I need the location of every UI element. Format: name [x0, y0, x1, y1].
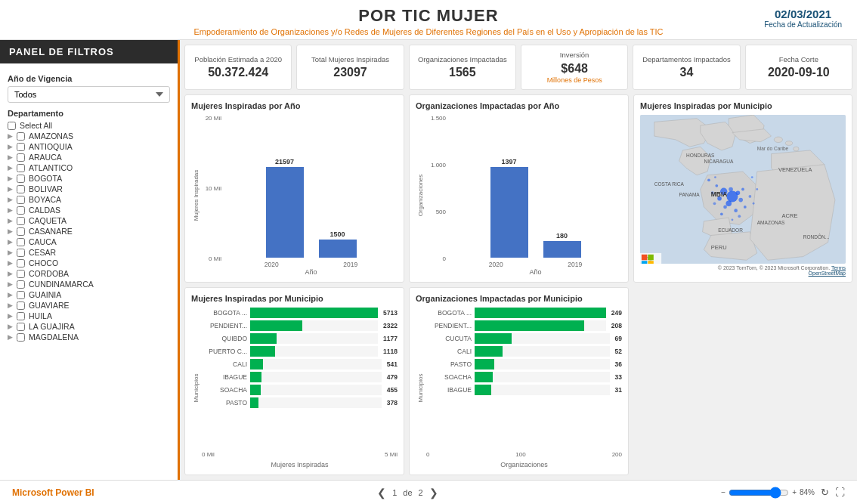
map-terms-link[interactable]: Terms	[831, 265, 846, 271]
chart-mujeres-municipio-title: Mujeres Inspiradas por Municipio	[191, 294, 398, 303]
chart-org-municipio: Organizaciones Impactadas por Municipio …	[409, 287, 629, 475]
svg-point-3	[794, 147, 800, 151]
checkbox-casanare[interactable]: ▶ CASANARE	[8, 227, 170, 236]
sidebar-header: PANEL DE FILTROS	[0, 40, 178, 63]
chart-mujeres-anio: Mujeres Inspiradas por Año Mujeres Inspi…	[184, 94, 404, 283]
svg-rect-44	[648, 255, 654, 261]
hbar-muj-BOGOTA ...: BOGOTA ... 5713	[202, 308, 398, 318]
checkbox-amazonas[interactable]: ▶ AMAZONAS	[8, 131, 170, 141]
mujeres-anio-bars: 21597 1500	[224, 115, 398, 261]
svg-point-9	[736, 190, 741, 195]
sidebar: PANEL DE FILTROS Año de Vigencia Todos 2…	[0, 40, 180, 480]
checkbox-cordoba[interactable]: ▶ CORDOBA	[8, 269, 170, 278]
header-subtitle: Empoderamiento de Organizaciones y/o Red…	[12, 27, 845, 36]
checkbox-antioquia[interactable]: ▶ ANTIOQUIA	[8, 142, 170, 151]
org-anio-xlabel: Año	[449, 268, 622, 276]
checkbox-atlantico[interactable]: ▶ ATLANTICO	[8, 163, 170, 172]
stat-card-3: Inversión $648 Millones de Pesos	[521, 45, 628, 90]
org-municipio-xlabel: Organizaciones	[426, 461, 622, 468]
org-bar-2019: 180	[543, 232, 581, 258]
checkbox-select-all[interactable]: Select All	[8, 121, 170, 130]
checkbox-caqueta[interactable]: ▶ CAQUETA	[8, 216, 170, 225]
checkbox-guaviare[interactable]: ▶ GUAVIARE	[8, 301, 170, 310]
hbar-muj-CALI: CALI 541	[202, 359, 398, 369]
zoom-control: − + 84%	[721, 487, 815, 499]
hbar-org-PENDIENT...: PENDIENT... 208	[426, 320, 622, 331]
bottom-charts-row: Mujeres Inspiradas por Municipio Municip…	[184, 287, 852, 475]
checkbox-la-guajira[interactable]: ▶ LA GUAJIRA	[8, 322, 170, 331]
svg-text:ECUADOR: ECUADOR	[718, 227, 743, 233]
year-filter-select[interactable]: Todos 2019 2020	[8, 86, 170, 103]
zoom-slider[interactable]	[729, 487, 789, 499]
checkbox-boyaca[interactable]: ▶ BOYACA	[8, 195, 170, 204]
hbar-muj-PASTO: PASTO 378	[202, 397, 398, 408]
checkbox-cesar[interactable]: ▶ CESAR	[8, 248, 170, 257]
svg-text:AMAZONAS: AMAZONAS	[757, 220, 785, 225]
stat-card-4: Departamentos Impactados 34	[633, 45, 740, 90]
zoom-plus-icon[interactable]: +	[792, 488, 797, 496]
svg-text:Mar do Caribe: Mar do Caribe	[757, 146, 789, 151]
svg-text:RONDÔN...: RONDÔN...	[803, 233, 830, 240]
footer: Microsoft Power BI ❮ 1 de 2 ❯ − + 84% ↻ …	[0, 480, 857, 504]
svg-text:PANAMA: PANAMA	[679, 192, 701, 197]
checkbox-cundinamarca[interactable]: ▶ CUNDINAMARCA	[8, 280, 170, 289]
expand-icon[interactable]: ⛶	[835, 487, 845, 498]
org-anio-xaxis: 2020 2019	[449, 261, 622, 268]
map-osm-link[interactable]: OpenStreetMap	[809, 271, 846, 276]
checkbox-bogota[interactable]: ▶ BOGOTA	[8, 174, 170, 183]
prev-page-button[interactable]: ❮	[377, 487, 386, 499]
svg-point-1	[774, 137, 782, 143]
svg-rect-46	[648, 261, 654, 264]
stat-card-0: Población Estimada a 2020 50.372.424	[184, 45, 292, 90]
svg-point-13	[723, 206, 727, 209]
checkbox-caldas[interactable]: ▶ CALDAS	[8, 206, 170, 215]
hbar-muj-PUERTO C...: PUERTO C... 1118	[202, 346, 398, 357]
svg-point-28	[756, 188, 758, 190]
header-date-value: 02/03/2021	[764, 8, 842, 20]
chart-mujeres-municipio: Mujeres Inspiradas por Municipio Municip…	[184, 287, 404, 475]
mujeres-anio-yaxis-label: Mujeres Inspiradas	[191, 115, 202, 276]
org-anio-bars: 1397 180	[449, 115, 622, 261]
page-total: 2	[419, 488, 423, 497]
year-filter-label: Año de Vigencia	[8, 74, 170, 83]
svg-point-26	[714, 176, 716, 178]
org-mun-yaxis-label: Municipios	[416, 308, 426, 468]
svg-point-14	[734, 209, 738, 212]
dashboard: Población Estimada a 2020 50.372.424 Tot…	[180, 40, 857, 480]
svg-text:HONDURAS: HONDURAS	[686, 153, 715, 158]
checkbox-magdalena[interactable]: ▶ MAGDALENA	[8, 332, 170, 342]
svg-point-27	[751, 176, 753, 178]
map-card: Mujeres Inspiradas por Municipio	[633, 94, 852, 283]
footer-icons: − + 84% ↻ ⛶	[721, 487, 845, 499]
svg-text:ACRE: ACRE	[782, 212, 798, 219]
bar-2020: 21597	[266, 158, 304, 258]
next-page-button[interactable]: ❯	[429, 487, 438, 499]
checkbox-choco[interactable]: ▶ CHOCO	[8, 258, 170, 267]
checkbox-bolivar[interactable]: ▶ BOLIVAR	[8, 184, 170, 193]
map-copyright: © 2023 TomTom, © 2023 Microsoft Corporat…	[640, 265, 846, 276]
zoom-minus-icon[interactable]: −	[721, 488, 726, 496]
stat-card-2: Organizaciones Impactadas 1565	[409, 45, 516, 90]
hbar-muj-SOACHA: SOACHA 455	[202, 385, 398, 395]
checkbox-cauca[interactable]: ▶ CAUCA	[8, 237, 170, 246]
hbar-org-CUCUTA: CUCUTA 69	[426, 333, 622, 344]
map-placeholder: HONDURAS NICARAGUA COSTA RICA PANAMA VEN…	[640, 115, 846, 264]
footer-brand[interactable]: Microsoft Power BI	[12, 487, 94, 498]
mujeres-municipio-xlabel: Mujeres Inspiradas	[202, 461, 398, 468]
page-current: 1	[392, 488, 397, 497]
checkbox-arauca[interactable]: ▶ ARAUCA	[8, 153, 170, 162]
mujeres-anio-yaxis: 20 Mil 10 Mil 0 Mil	[202, 115, 224, 276]
svg-point-24	[753, 203, 755, 205]
org-municipio-bars: BOGOTA ... 249 PENDIENT... 208 CUCUTA 69…	[426, 308, 622, 450]
svg-point-2	[785, 141, 792, 146]
checkbox-guainia[interactable]: ▶ GUAINIA	[8, 290, 170, 299]
zoom-level: 84%	[800, 488, 815, 496]
checkbox-huila[interactable]: ▶ HUILA	[8, 311, 170, 320]
svg-point-16	[741, 188, 744, 191]
hbar-org-PASTO: PASTO 36	[426, 359, 622, 369]
bar-2019: 1500	[319, 230, 357, 258]
chart-org-anio: Organizaciones Impactadas por Año Organi…	[409, 94, 629, 283]
refresh-icon[interactable]: ↻	[821, 487, 829, 498]
department-list: Select All ▶ AMAZONAS ▶ ANTIOQUIA ▶ ARAU…	[8, 121, 170, 342]
header-date: 02/03/2021 Fecha de Actualización	[764, 8, 842, 29]
